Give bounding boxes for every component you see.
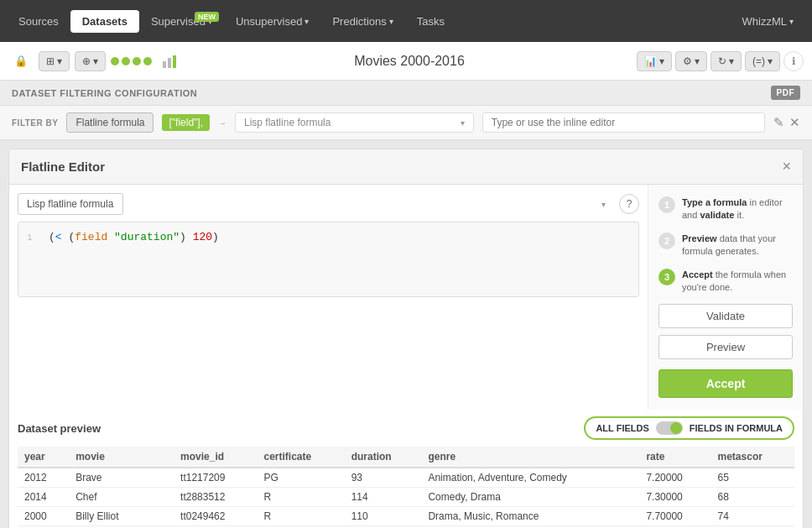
table-cell: 68 [711,488,794,507]
info-icon[interactable]: ℹ [783,51,804,71]
transform-arrow-icon: ▾ [93,55,98,67]
schema-arrow-icon: ▾ [57,55,62,67]
top-navigation: Sources Datasets Supervised NEW Unsuperv… [0,0,812,42]
column-header-certificate: certificate [258,447,345,468]
lock-icon[interactable]: 🔒 [8,49,34,74]
refresh-btn[interactable]: ↻▾ [710,51,742,71]
step-3: 3 Accept the formula when you're done. [658,269,793,295]
step-2: 2 Preview data that your formula generat… [658,233,793,259]
nav-datasets[interactable]: Datasets [70,10,139,33]
filter-config-row: FILTER BY Flatline formula ["field"], → … [0,106,812,140]
formula-select-wrapper: Lisp flatline formula [18,193,612,215]
preview-button[interactable]: Preview [658,335,793,359]
table-cell: 2014 [18,488,69,507]
flatline-editor-body: Lisp flatline formula ? 1 (< (field "dur… [9,185,803,410]
preview-table: yearmoviemovie_idcertificatedurationgenr… [18,447,794,528]
close-icon[interactable]: × [782,158,791,175]
table-cell: Billy Elliot [69,507,174,526]
nav-sources[interactable]: Sources [7,10,70,33]
filter-by-label: FILTER BY [12,118,58,128]
table-cell: Chef [69,488,174,507]
table-cell: 2012 [18,468,69,488]
refresh-icon: ↻ [718,55,726,67]
table-cell: 74 [711,507,794,526]
table-cell: PG [258,468,345,488]
table-cell: 2000 [18,507,69,526]
step-3-num: 3 [658,269,675,285]
table-cell: tt0249462 [174,507,257,526]
toolbar: 🔒 ⊞ ▾ ⊕ ▾ Movies 2000-2016 📊▾ ⚙▾ [0,42,812,81]
table-header: yearmoviemovie_idcertificatedurationgenr… [18,447,794,468]
table-cell: 110 [345,507,422,526]
toolbar-right-buttons: 📊▾ ⚙▾ ↻▾ (=)▾ ℹ [637,51,804,71]
preview-header: Dataset preview ALL FIELDS FIELDS IN FOR… [18,410,794,447]
dot-3 [133,57,141,65]
column-header-year: year [18,447,69,468]
filter-arrow: → [218,118,226,128]
column-header-genre: genre [421,447,639,468]
nav-supervised[interactable]: Supervised NEW [139,10,224,33]
filter-edit-btn[interactable]: ✎ [773,115,784,130]
column-header-movie_id: movie_id [174,447,257,468]
flatline-editor-title: Flatline Editor [21,159,105,174]
accept-button[interactable]: Accept [658,369,793,398]
flatline-editor-header: Flatline Editor × [9,149,803,185]
all-fields-label: ALL FIELDS [596,423,648,433]
code-btn[interactable]: (=)▾ [745,51,780,71]
fields-toggle[interactable]: ALL FIELDS FIELDS IN FORMULA [584,416,794,440]
nav-predictions[interactable]: Predictions [320,10,404,33]
nav-whizzml[interactable]: WhizzML [731,10,805,33]
column-header-metascor: metascor [711,447,794,468]
table-cell: 7.30000 [639,488,710,507]
formula-select-btn[interactable]: Flatline formula [66,112,154,133]
code-editor[interactable]: 1 (< (field "duration") 120) [18,222,639,297]
step-1-text: Type a formula in editor and validate it… [682,196,793,222]
filter-actions: ✎ ✕ [773,115,800,130]
help-button[interactable]: ? [619,194,639,214]
table-cell: Brave [69,468,174,488]
table-cell: R [258,507,345,526]
transform-btn[interactable]: ⊕ ▾ [75,51,106,71]
schema-icon: ⊞ [46,55,55,67]
table-cell: 7.70000 [639,507,710,526]
validate-button[interactable]: Validate [658,304,793,328]
table-cell: Animation, Adventure, Comedy [421,468,639,488]
chart-icon [157,49,182,74]
dot-1 [111,57,119,65]
table-cell: R [258,488,345,507]
flatline-caret-icon: ▾ [461,118,465,128]
preview-title: Dataset preview [18,422,101,435]
settings-btn[interactable]: ⚙▾ [675,51,707,71]
step-1: 1 Type a formula in editor and validate … [658,196,793,222]
svg-rect-2 [173,55,176,68]
inline-editor-input[interactable] [482,112,765,133]
filter-config-header: DATASET FILTERING CONFIGURATION PDF [0,81,812,106]
code-line-1: 1 (< (field "duration") 120) [27,231,630,243]
flatline-formula-input[interactable]: Lisp flatline formula ▾ [235,112,474,133]
step-2-num: 2 [658,233,675,249]
flatline-editor-panel: Flatline Editor × Lisp flatline formula … [8,149,804,528]
table-cell: 93 [345,468,422,488]
formula-select-row: Lisp flatline formula ? [18,193,639,215]
pdf-button[interactable]: PDF [771,86,801,100]
table-cell: 65 [711,468,794,488]
flatline-editor-right: 1 Type a formula in editor and validate … [648,185,803,410]
line-number: 1 [27,233,40,243]
stats-btn[interactable]: 📊▾ [637,51,672,71]
table-body: 2012Bravett1217209PG93Animation, Adventu… [18,468,794,528]
table-cell: tt2883512 [174,488,257,507]
stats-icon: 📊 [644,55,657,67]
formula-type-select[interactable]: Lisp flatline formula [18,193,123,215]
code-content: (< (field "duration") 120) [49,231,219,243]
step-2-text: Preview data that your formula generates… [682,233,793,259]
transform-icon: ⊕ [82,55,91,67]
nav-unsupervised[interactable]: Unsupervised [224,10,321,33]
toggle-switch[interactable] [656,421,683,435]
schema-btn[interactable]: ⊞ ▾ [39,51,70,71]
table-cell: Drama, Music, Romance [421,507,639,526]
field-tag[interactable]: ["field"], [162,114,210,131]
nav-tasks[interactable]: Tasks [405,10,456,33]
filter-clear-btn[interactable]: ✕ [789,115,800,130]
filter-config-title: DATASET FILTERING CONFIGURATION PDF [12,86,800,100]
toggle-knob [670,422,682,434]
